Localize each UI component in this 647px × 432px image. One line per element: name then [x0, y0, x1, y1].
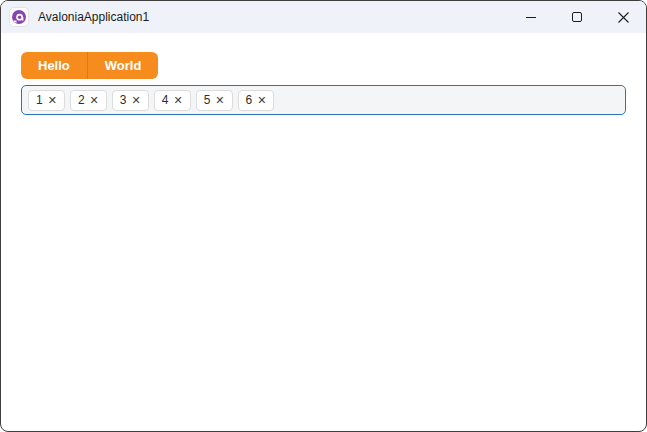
tag-label: 5: [204, 93, 211, 107]
tag-chip: 5 ✕: [196, 90, 233, 111]
content-area: Hello World 1 ✕ 2 ✕ 3 ✕ 4 ✕ 5 ✕: [1, 33, 646, 115]
window-controls: [508, 1, 646, 33]
tab-world[interactable]: World: [87, 52, 159, 79]
remove-tag-icon[interactable]: ✕: [48, 95, 57, 106]
tag-label: 6: [246, 93, 253, 107]
tag-chip: 4 ✕: [154, 90, 191, 111]
tab-hello[interactable]: Hello: [21, 52, 87, 79]
tab-strip: Hello World: [21, 52, 158, 79]
remove-tag-icon[interactable]: ✕: [173, 95, 182, 106]
close-icon: [617, 11, 630, 24]
avalonia-logo-icon: [9, 7, 29, 27]
tag-label: 4: [162, 93, 169, 107]
minimize-icon: [526, 17, 536, 18]
tag-chip: 6 ✕: [238, 90, 275, 111]
remove-tag-icon[interactable]: ✕: [215, 95, 224, 106]
tags-input[interactable]: 1 ✕ 2 ✕ 3 ✕ 4 ✕ 5 ✕ 6 ✕: [21, 85, 626, 115]
remove-tag-icon[interactable]: ✕: [257, 95, 266, 106]
tag-label: 2: [78, 93, 85, 107]
remove-tag-icon[interactable]: ✕: [132, 95, 141, 106]
minimize-button[interactable]: [508, 1, 554, 33]
close-button[interactable]: [600, 1, 646, 33]
window-title: AvaloniaApplication1: [38, 10, 149, 24]
titlebar[interactable]: AvaloniaApplication1: [1, 1, 646, 33]
tag-label: 3: [120, 93, 127, 107]
tag-chip: 2 ✕: [70, 90, 107, 111]
tag-label: 1: [36, 93, 43, 107]
remove-tag-icon[interactable]: ✕: [90, 95, 99, 106]
app-window: AvaloniaApplication1 Hello World: [0, 0, 647, 432]
tag-chip: 3 ✕: [112, 90, 149, 111]
maximize-button[interactable]: [554, 1, 600, 33]
maximize-icon: [572, 12, 582, 22]
tag-chip: 1 ✕: [28, 90, 65, 111]
